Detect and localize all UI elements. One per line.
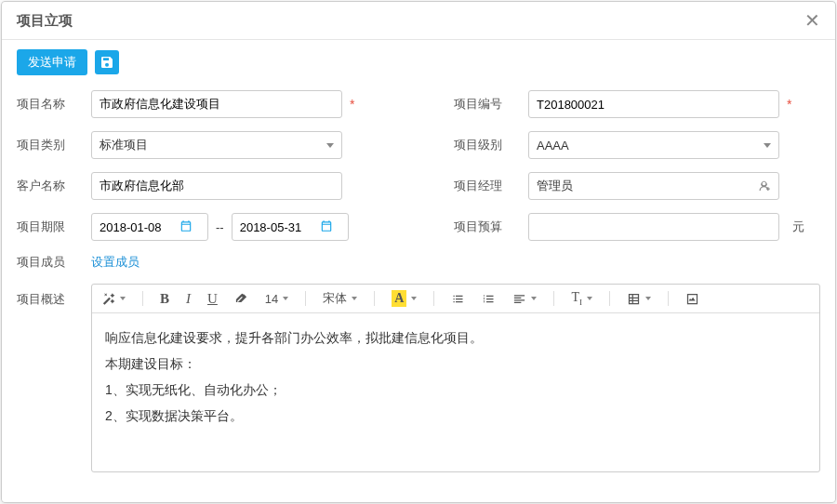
editor-content[interactable]: 响应信息化建设要求，提升各部门办公效率，拟批建信息化项目。 本期建设目标： 1、… — [92, 313, 819, 471]
project-no-input[interactable] — [528, 90, 779, 118]
modal-header: 项目立项 ✕ — [2, 2, 835, 39]
magic-icon[interactable] — [101, 292, 126, 306]
set-members-link[interactable]: 设置成员 — [91, 254, 140, 271]
editor-toolbar: B I U 14 宋体 A — [92, 285, 819, 313]
form-body: 项目名称 * 项目编号 * 项目类别 标准项目 项目级 — [2, 85, 835, 478]
send-application-button[interactable]: 发送申请 — [17, 49, 87, 75]
manager-label: 项目经理 — [454, 178, 521, 194]
unordered-list-icon[interactable] — [451, 292, 465, 306]
table-icon[interactable] — [627, 292, 651, 306]
bold-button[interactable]: B — [160, 291, 169, 307]
required-mark: * — [787, 97, 791, 112]
project-type-value: 标准项目 — [100, 137, 148, 153]
italic-button[interactable]: I — [186, 291, 191, 307]
save-icon — [100, 55, 114, 70]
budget-label: 项目预算 — [454, 219, 521, 235]
font-family-selector[interactable]: 宋体 — [323, 290, 357, 307]
overview-label: 项目概述 — [17, 284, 84, 308]
underline-button[interactable]: U — [207, 291, 218, 307]
ordered-list-icon[interactable] — [482, 292, 496, 306]
eraser-icon[interactable] — [234, 292, 248, 306]
action-toolbar: 发送申请 — [2, 40, 835, 85]
customer-input[interactable] — [91, 172, 342, 200]
overview-line: 响应信息化建设要求，提升各部门办公效率，拟批建信息化项目。 — [105, 325, 806, 351]
budget-input[interactable] — [528, 213, 779, 241]
overview-editor: B I U 14 宋体 A — [91, 284, 820, 472]
calendar-icon[interactable] — [179, 219, 193, 235]
manager-value: 管理员 — [537, 178, 573, 194]
period-start-field[interactable] — [100, 220, 179, 234]
font-color-button[interactable]: A — [392, 290, 417, 307]
calendar-icon[interactable] — [320, 219, 333, 235]
overview-line: 2、实现数据决策平台。 — [105, 403, 806, 429]
members-label: 项目成员 — [17, 254, 84, 271]
project-level-value: AAAA — [537, 139, 569, 153]
period-label: 项目期限 — [17, 219, 84, 235]
manager-select[interactable]: 管理员 — [528, 172, 779, 200]
project-no-label: 项目编号 — [454, 96, 521, 113]
save-icon-button[interactable] — [95, 50, 119, 74]
overview-line: 1、实现无纸化、自动化办公； — [105, 377, 806, 403]
close-icon[interactable]: ✕ — [804, 11, 820, 30]
align-icon[interactable] — [512, 292, 537, 306]
chevron-down-icon — [764, 143, 771, 148]
project-level-label: 项目级别 — [454, 137, 521, 153]
period-separator: -- — [216, 220, 224, 234]
project-level-select[interactable]: AAAA — [528, 131, 779, 159]
modal-title: 项目立项 — [17, 12, 73, 30]
font-size-selector[interactable]: 14 — [265, 292, 288, 306]
project-type-label: 项目类别 — [17, 137, 84, 153]
image-icon[interactable] — [685, 292, 699, 306]
project-name-input[interactable] — [91, 90, 342, 118]
budget-unit: 元 — [792, 219, 804, 235]
period-end-input[interactable] — [232, 213, 349, 241]
user-add-icon[interactable] — [757, 179, 771, 193]
project-type-select[interactable]: 标准项目 — [91, 131, 342, 159]
required-mark: * — [350, 97, 354, 112]
project-modal: 项目立项 ✕ 发送申请 项目名称 * 项目编号 * 项目类别 — [1, 1, 836, 503]
overview-line: 本期建设目标： — [105, 351, 806, 377]
period-start-input[interactable] — [91, 213, 208, 241]
project-name-label: 项目名称 — [17, 96, 84, 113]
chevron-down-icon — [326, 143, 334, 148]
customer-label: 客户名称 — [17, 178, 84, 194]
period-end-field[interactable] — [240, 220, 320, 234]
text-style-icon[interactable]: TI — [571, 290, 592, 307]
